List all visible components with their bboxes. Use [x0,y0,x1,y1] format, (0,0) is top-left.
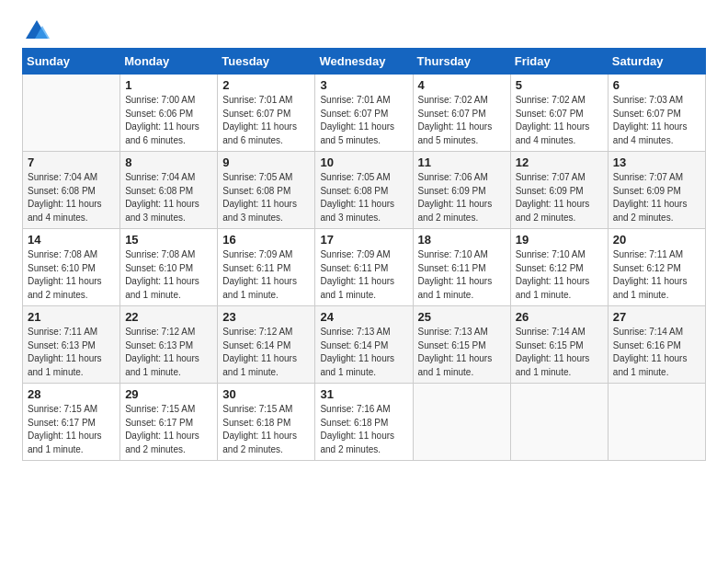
daylight-text: Daylight: 11 hours and 1 minute. [222,276,297,300]
day-info: Sunrise: 7:13 AMSunset: 6:15 PMDaylight:… [418,326,506,379]
calendar-day-cell: 1Sunrise: 7:00 AMSunset: 6:06 PMDaylight… [120,75,218,152]
day-number: 6 [613,78,700,92]
day-number: 30 [222,387,310,401]
daylight-text: Daylight: 11 hours and 4 minutes. [613,121,688,145]
day-info: Sunrise: 7:01 AMSunset: 6:07 PMDaylight:… [222,94,310,147]
calendar-day-cell: 3Sunrise: 7:01 AMSunset: 6:07 PMDaylight… [315,75,413,152]
daylight-text: Daylight: 11 hours and 1 minute. [613,276,688,300]
weekday-header-saturday: Saturday [608,49,705,75]
calendar-day-cell: 16Sunrise: 7:09 AMSunset: 6:11 PMDayligh… [218,229,315,306]
sunrise-text: Sunrise: 7:15 AM [28,404,97,414]
daylight-text: Daylight: 11 hours and 1 minute. [125,353,199,377]
sunrise-text: Sunrise: 7:07 AM [516,172,586,182]
daylight-text: Daylight: 11 hours and 3 minutes. [125,199,199,223]
day-info: Sunrise: 7:15 AMSunset: 6:17 PMDaylight:… [125,403,212,456]
weekday-header-friday: Friday [510,49,608,75]
calendar-day-cell: 13Sunrise: 7:07 AMSunset: 6:09 PMDayligh… [608,152,705,229]
day-info: Sunrise: 7:12 AMSunset: 6:14 PMDaylight:… [222,326,310,379]
calendar-week-row: 7Sunrise: 7:04 AMSunset: 6:08 PMDaylight… [23,152,706,229]
day-number: 24 [320,310,407,324]
calendar-week-row: 1Sunrise: 7:00 AMSunset: 6:06 PMDaylight… [23,75,706,152]
day-info: Sunrise: 7:11 AMSunset: 6:13 PMDaylight:… [28,326,115,379]
daylight-text: Daylight: 11 hours and 1 minute. [516,276,590,300]
day-number: 1 [125,78,212,92]
sunset-text: Sunset: 6:14 PM [320,340,388,350]
day-number: 20 [613,233,700,247]
daylight-text: Daylight: 11 hours and 2 minutes. [613,199,688,223]
calendar-day-cell: 29Sunrise: 7:15 AMSunset: 6:17 PMDayligh… [120,384,218,461]
day-number: 22 [125,310,212,324]
daylight-text: Daylight: 11 hours and 4 minutes. [516,121,590,145]
day-info: Sunrise: 7:08 AMSunset: 6:10 PMDaylight:… [28,248,115,302]
calendar-day-cell: 28Sunrise: 7:15 AMSunset: 6:17 PMDayligh… [23,384,120,461]
day-number: 13 [613,155,700,169]
day-info: Sunrise: 7:03 AMSunset: 6:07 PMDaylight:… [613,94,700,147]
sunrise-text: Sunrise: 7:13 AM [320,327,390,337]
calendar-day-cell: 31Sunrise: 7:16 AMSunset: 6:18 PMDayligh… [315,384,413,461]
daylight-text: Daylight: 11 hours and 1 minute. [28,353,102,377]
sunrise-text: Sunrise: 7:06 AM [418,172,488,182]
sunrise-text: Sunrise: 7:13 AM [418,327,488,337]
day-info: Sunrise: 7:09 AMSunset: 6:11 PMDaylight:… [222,248,310,302]
sunrise-text: Sunrise: 7:03 AM [613,95,683,105]
sunset-text: Sunset: 6:08 PM [28,186,96,196]
calendar-day-cell: 27Sunrise: 7:14 AMSunset: 6:16 PMDayligh… [608,306,705,384]
sunrise-text: Sunrise: 7:09 AM [320,249,390,259]
calendar-day-cell [608,384,705,461]
calendar-week-row: 28Sunrise: 7:15 AMSunset: 6:17 PMDayligh… [23,384,706,461]
calendar-day-cell: 14Sunrise: 7:08 AMSunset: 6:10 PMDayligh… [23,229,120,306]
sunrise-text: Sunrise: 7:05 AM [320,172,390,182]
calendar-day-cell: 12Sunrise: 7:07 AMSunset: 6:09 PMDayligh… [510,152,608,229]
day-number: 14 [28,233,115,247]
calendar-day-cell: 21Sunrise: 7:11 AMSunset: 6:13 PMDayligh… [23,306,120,384]
daylight-text: Daylight: 11 hours and 1 minute. [125,276,199,300]
sunset-text: Sunset: 6:09 PM [516,186,584,196]
day-number: 7 [28,155,115,169]
day-info: Sunrise: 7:09 AMSunset: 6:11 PMDaylight:… [320,248,407,302]
sunrise-text: Sunrise: 7:09 AM [222,249,292,259]
sunrise-text: Sunrise: 7:04 AM [28,172,97,182]
day-number: 29 [125,387,212,401]
logo [22,18,50,39]
sunset-text: Sunset: 6:17 PM [125,418,193,428]
daylight-text: Daylight: 11 hours and 1 minute. [516,353,590,377]
sunrise-text: Sunrise: 7:14 AM [613,327,683,337]
sunrise-text: Sunrise: 7:05 AM [222,172,292,182]
daylight-text: Daylight: 11 hours and 2 minutes. [222,431,297,454]
sunset-text: Sunset: 6:11 PM [320,263,388,273]
sunset-text: Sunset: 6:12 PM [613,263,681,273]
calendar-table: SundayMondayTuesdayWednesdayThursdayFrid… [22,48,706,461]
day-number: 27 [613,310,700,324]
daylight-text: Daylight: 11 hours and 1 minute. [222,353,297,377]
day-info: Sunrise: 7:07 AMSunset: 6:09 PMDaylight:… [516,171,603,224]
sunset-text: Sunset: 6:13 PM [28,340,96,350]
day-number: 23 [222,310,310,324]
daylight-text: Daylight: 11 hours and 6 minutes. [222,121,297,145]
daylight-text: Daylight: 11 hours and 1 minute. [613,353,688,377]
sunset-text: Sunset: 6:09 PM [418,186,486,196]
daylight-text: Daylight: 11 hours and 2 minutes. [320,431,394,454]
sunrise-text: Sunrise: 7:02 AM [516,95,586,105]
sunset-text: Sunset: 6:18 PM [222,418,290,428]
sunrise-text: Sunrise: 7:10 AM [418,249,488,259]
calendar-day-cell: 24Sunrise: 7:13 AMSunset: 6:14 PMDayligh… [315,306,413,384]
day-info: Sunrise: 7:02 AMSunset: 6:07 PMDaylight:… [516,94,603,147]
sunset-text: Sunset: 6:10 PM [125,263,193,273]
daylight-text: Daylight: 11 hours and 5 minutes. [320,121,394,145]
sunset-text: Sunset: 6:17 PM [28,418,96,428]
calendar-day-cell: 30Sunrise: 7:15 AMSunset: 6:18 PMDayligh… [218,384,315,461]
day-info: Sunrise: 7:10 AMSunset: 6:11 PMDaylight:… [418,248,506,302]
sunset-text: Sunset: 6:10 PM [28,263,96,273]
day-info: Sunrise: 7:14 AMSunset: 6:16 PMDaylight:… [613,326,700,379]
calendar-day-cell: 25Sunrise: 7:13 AMSunset: 6:15 PMDayligh… [413,306,510,384]
calendar-day-cell: 9Sunrise: 7:05 AMSunset: 6:08 PMDaylight… [218,152,315,229]
calendar-day-cell: 19Sunrise: 7:10 AMSunset: 6:12 PMDayligh… [510,229,608,306]
day-number: 9 [222,155,310,169]
sunrise-text: Sunrise: 7:04 AM [125,172,195,182]
sunset-text: Sunset: 6:14 PM [222,340,290,350]
sunset-text: Sunset: 6:07 PM [613,109,681,119]
sunset-text: Sunset: 6:06 PM [125,109,193,119]
calendar-day-cell: 8Sunrise: 7:04 AMSunset: 6:08 PMDaylight… [120,152,218,229]
weekday-header-row: SundayMondayTuesdayWednesdayThursdayFrid… [23,49,706,75]
day-number: 10 [320,155,407,169]
